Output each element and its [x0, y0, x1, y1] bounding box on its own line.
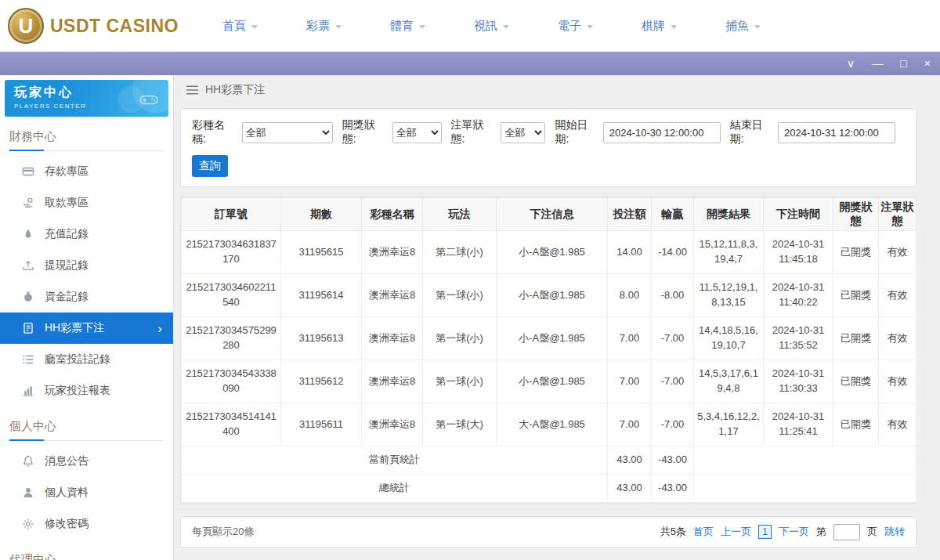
- cell-play: 第一球(大): [423, 403, 497, 446]
- start-date-input[interactable]: [603, 122, 721, 143]
- topbar: U USDT CASINO 首頁彩票體育視訊電子棋牌捕魚: [0, 0, 940, 52]
- table-header-row: 訂單號期數彩種名稱玩法下注信息投注額輸贏開獎結果下注時間開獎狀態注單狀態: [182, 198, 916, 231]
- filter-panel: 彩種名稱: 全部 開獎狀態: 全部 注單狀態: 全: [180, 108, 916, 187]
- maximize-icon[interactable]: □: [900, 58, 906, 69]
- sidebar-section-title: 財務中心: [9, 129, 164, 151]
- first-page-link[interactable]: 首页: [693, 525, 714, 539]
- close-icon[interactable]: ×: [924, 58, 931, 69]
- draw-status-select[interactable]: 全部: [392, 122, 442, 143]
- summary-bet-amount: 43.00: [608, 475, 652, 503]
- cell-order-no: 2152173034602211540: [182, 274, 281, 317]
- cell-draw-status: 已開獎: [833, 403, 879, 446]
- table-row: 215217303460221154031195614澳洲幸运8第一球(小)小-…: [182, 274, 916, 317]
- jump-suffix-label: 页: [867, 525, 877, 539]
- nav-item-label: 體育: [390, 19, 414, 34]
- chevron-down-icon: [587, 25, 593, 29]
- logo-coin-icon: U: [8, 8, 44, 44]
- nav-item[interactable]: 捕魚: [725, 19, 761, 34]
- sidebar-item-label: 修改密碼: [45, 517, 89, 531]
- player-center-subtitle: PLAYERS CENTER: [14, 103, 159, 110]
- table-row: 215217303454333809031195612澳洲幸运8第一球(小)小-…: [182, 360, 916, 403]
- cell-play: 第一球(小): [423, 360, 497, 403]
- order-status-filter: 注單狀態: 全部: [451, 118, 546, 146]
- cell-lottery-name: 澳洲幸运8: [362, 274, 423, 317]
- sidebar-item[interactable]: 資金記錄: [0, 281, 173, 313]
- nav-item-label: 棋牌: [642, 19, 665, 34]
- sidebar-item[interactable]: 存款專區: [0, 156, 173, 187]
- nav-item[interactable]: 首頁: [222, 19, 258, 34]
- next-page-link[interactable]: 下一页: [779, 525, 809, 539]
- sidebar-item[interactable]: 消息公告: [0, 446, 173, 477]
- collapse-icon[interactable]: ∨: [847, 58, 855, 69]
- prev-page-link[interactable]: 上一页: [721, 525, 751, 539]
- cell-bet-time: 2024-10-31 11:25:41: [764, 403, 833, 446]
- cell-play: 第一球(小): [423, 274, 497, 317]
- sidebar-item[interactable]: 取款專區: [0, 187, 173, 219]
- sidebar-item-label: 廳室投註記錄: [45, 352, 110, 367]
- filter-row: 彩種名稱: 全部 開獎狀態: 全部 注單狀態: 全: [192, 118, 905, 146]
- header-issue: 期數: [281, 198, 362, 231]
- sidebar-item[interactable]: 廳室投註記錄: [0, 344, 173, 375]
- minimize-icon[interactable]: —: [872, 58, 883, 69]
- nav-item[interactable]: 棋牌: [642, 19, 677, 34]
- cell-win-loss: -7.00: [652, 403, 694, 446]
- cell-bet-info: 大-A盤@1.985: [497, 403, 608, 446]
- end-date-input[interactable]: [778, 122, 895, 143]
- page-jump-input[interactable]: [833, 524, 860, 540]
- cell-bet-time: 2024-10-31 11:45:18: [764, 231, 833, 274]
- total-summary-row: 總統計43.00-43.00: [182, 475, 916, 503]
- table-row: 215217303457529928031195613澳洲幸运8第一球(小)小-…: [182, 317, 916, 360]
- summary-label: 總統計: [182, 475, 608, 503]
- cell-lottery-name: 澳洲幸运8: [362, 403, 423, 446]
- sidebar-item-label: 存款專區: [45, 164, 89, 179]
- bets-table-card: 訂單號期數彩種名稱玩法下注信息投注額輸贏開獎結果下注時間開獎狀態注單狀態 215…: [180, 197, 916, 504]
- current-page[interactable]: 1: [758, 525, 772, 539]
- sidebar-item[interactable]: 玩家投注報表: [0, 375, 173, 406]
- cell-bet-amount: 7.00: [608, 317, 652, 360]
- nav-item[interactable]: 電子: [558, 19, 593, 34]
- nav-item-label: 捕魚: [725, 19, 749, 34]
- order-status-select[interactable]: 全部: [501, 122, 545, 143]
- nav-item-label: 視訊: [474, 19, 497, 34]
- sidebar-item[interactable]: 個人資料: [0, 477, 173, 508]
- summary-win-loss: -43.00: [652, 446, 694, 475]
- logo-text: USDT CASINO: [50, 16, 179, 37]
- header-draw-status: 開獎狀態: [833, 198, 879, 231]
- withdraw-icon: [22, 197, 34, 209]
- cell-win-loss: -14.00: [652, 231, 694, 274]
- end-date-filter: 結束日期:: [730, 118, 895, 146]
- lottery-icon: [22, 322, 34, 334]
- summary-label: 當前頁統計: [182, 446, 608, 475]
- sidebar-sections: 財務中心存款專區取款專區充值記錄提現記錄資金記錄HH彩票下注›廳室投註記錄玩家投…: [0, 129, 173, 560]
- cell-draw-result: 5,3,4,16,12,2,1,17: [694, 403, 764, 446]
- cell-bet-info: 小-A盤@1.985: [497, 274, 608, 317]
- jump-link[interactable]: 跳转: [884, 525, 905, 539]
- chevron-down-icon: [671, 25, 677, 29]
- sidebar-item[interactable]: 充值記錄: [0, 219, 173, 250]
- chevron-down-icon: [419, 25, 425, 29]
- cell-order-no: 2152173034514141400: [182, 403, 281, 446]
- table-body: 215217303463183717031195615澳洲幸运8第二球(小)小-…: [182, 231, 916, 503]
- nav-item[interactable]: 彩票: [306, 19, 342, 34]
- logo: U USDT CASINO: [8, 8, 194, 44]
- funds-icon: [22, 291, 34, 303]
- cell-order-status: 有效: [879, 317, 916, 360]
- nav-item-label: 電子: [558, 19, 581, 34]
- header-win-loss: 輸贏: [652, 198, 694, 231]
- end-date-label: 結束日期:: [730, 118, 774, 146]
- search-button[interactable]: 查詢: [192, 155, 228, 177]
- header-lottery-name: 彩種名稱: [362, 198, 423, 231]
- hall-records-icon: [22, 353, 34, 366]
- header-bet-info: 下注信息: [497, 198, 608, 231]
- cell-issue: 31195614: [281, 274, 362, 317]
- cell-bet-info: 小-A盤@1.985: [497, 231, 608, 274]
- nav-item[interactable]: 視訊: [474, 19, 509, 34]
- sidebar-item[interactable]: 修改密碼: [0, 508, 173, 540]
- menu-icon[interactable]: [186, 85, 198, 95]
- sidebar-item[interactable]: HH彩票下注›: [0, 313, 173, 344]
- nav-item[interactable]: 體育: [390, 19, 425, 34]
- sidebar-item[interactable]: 提現記錄: [0, 250, 173, 281]
- cell-bet-info: 小-A盤@1.985: [497, 360, 608, 403]
- summary-bet-amount: 43.00: [608, 446, 652, 475]
- lottery-select[interactable]: 全部: [242, 122, 333, 143]
